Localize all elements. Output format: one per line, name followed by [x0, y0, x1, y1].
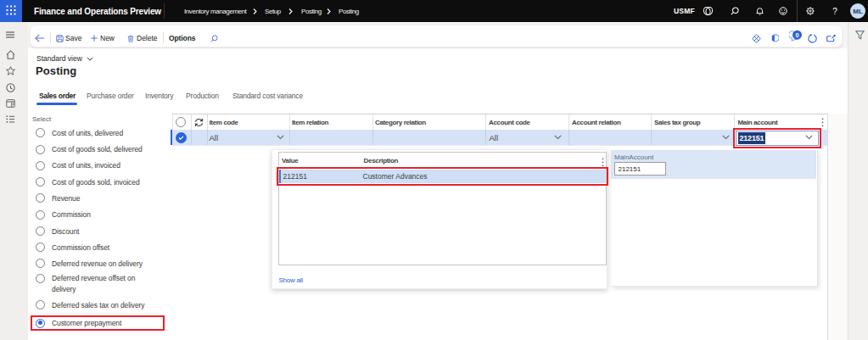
svg-text:0: 0: [795, 31, 798, 38]
